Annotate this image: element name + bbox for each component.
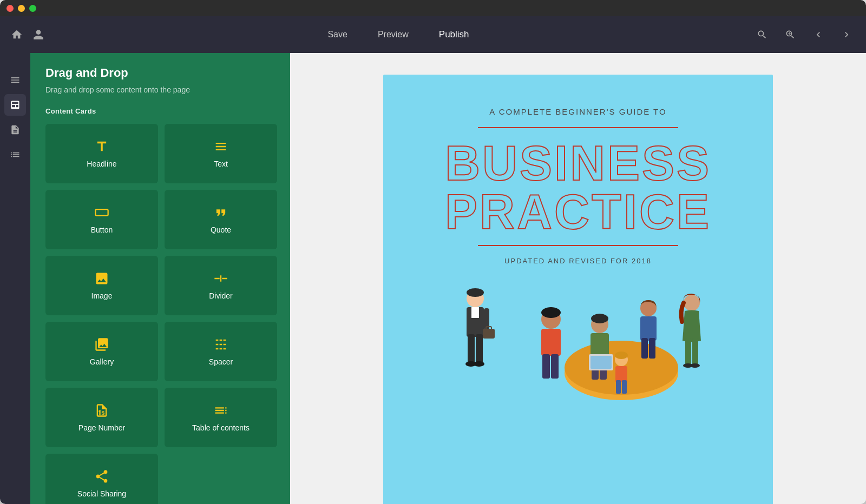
svg-rect-37 bbox=[615, 366, 627, 382]
icon-strip bbox=[0, 16, 30, 504]
forward-icon[interactable] bbox=[838, 26, 855, 43]
sidebar-item-page[interactable] bbox=[4, 119, 26, 141]
button-label: Button bbox=[91, 226, 113, 234]
svg-rect-17 bbox=[542, 354, 550, 379]
content-cards-label: Content Cards bbox=[45, 107, 277, 115]
card-quote[interactable]: Quote bbox=[165, 190, 277, 249]
nav-left bbox=[11, 26, 43, 43]
card-table-of-contents[interactable]: Table of contents bbox=[165, 388, 277, 447]
gallery-icon bbox=[94, 337, 109, 352]
page-preview: A COMPLETE BEGINNER'S GUIDE TO BUSINESS … bbox=[383, 75, 773, 504]
zoom-in-icon[interactable] bbox=[782, 26, 799, 43]
page-number-icon bbox=[94, 403, 109, 418]
svg-rect-38 bbox=[616, 380, 621, 394]
svg-rect-16 bbox=[541, 329, 561, 356]
card-image[interactable]: Image bbox=[45, 256, 158, 315]
social-sharing-label: Social Sharing bbox=[77, 489, 126, 498]
svg-point-8 bbox=[474, 361, 484, 367]
back-icon[interactable] bbox=[810, 26, 827, 43]
svg-rect-0 bbox=[95, 209, 108, 216]
svg-rect-39 bbox=[622, 380, 627, 394]
table-of-contents-icon bbox=[213, 403, 228, 418]
top-nav: Save Preview Publish bbox=[0, 16, 866, 53]
preview-area: A COMPLETE BEGINNER'S GUIDE TO BUSINESS … bbox=[290, 53, 866, 504]
image-icon bbox=[94, 271, 109, 286]
svg-rect-5 bbox=[468, 334, 475, 364]
svg-rect-27 bbox=[649, 338, 655, 359]
divider-label: Divider bbox=[209, 291, 233, 300]
quote-label: Quote bbox=[211, 226, 231, 234]
svg-point-15 bbox=[541, 307, 561, 318]
close-button[interactable] bbox=[6, 5, 14, 12]
card-divider[interactable]: Divider bbox=[165, 256, 277, 315]
book-divider-bottom bbox=[478, 245, 678, 246]
card-headline[interactable]: Headline bbox=[45, 124, 158, 183]
card-spacer[interactable]: Spacer bbox=[165, 322, 277, 381]
spacer-icon bbox=[213, 337, 228, 352]
svg-rect-34 bbox=[591, 356, 612, 369]
svg-point-20 bbox=[591, 314, 608, 323]
home-nav-button[interactable] bbox=[11, 26, 23, 43]
book-subtitle: A COMPLETE BEGINNER'S GUIDE TO bbox=[489, 107, 666, 116]
title-bar bbox=[0, 0, 866, 16]
sidebar-item-list[interactable] bbox=[4, 144, 26, 165]
svg-rect-26 bbox=[641, 338, 648, 359]
headline-label: Headline bbox=[87, 160, 116, 168]
svg-point-28 bbox=[684, 295, 700, 311]
svg-rect-30 bbox=[692, 338, 698, 365]
save-button[interactable]: Save bbox=[323, 28, 351, 42]
card-button[interactable]: Button bbox=[45, 190, 158, 249]
maximize-button[interactable] bbox=[29, 5, 36, 12]
minimize-button[interactable] bbox=[18, 5, 25, 12]
book-edition: UPDATED AND REVISED FOR 2018 bbox=[504, 257, 652, 265]
svg-rect-6 bbox=[476, 334, 483, 364]
sidebar-item-menu[interactable] bbox=[4, 69, 26, 91]
text-label: Text bbox=[214, 160, 228, 168]
svg-point-32 bbox=[690, 363, 700, 368]
cards-grid: Headline Text bbox=[45, 124, 277, 504]
quote-icon bbox=[213, 205, 228, 220]
drag-panel-subtitle: Drag and drop some content onto the page bbox=[45, 85, 277, 94]
table-of-contents-label: Table of contents bbox=[192, 423, 250, 432]
image-label: Image bbox=[91, 291, 113, 300]
drag-panel: Drag and Drop Drag and drop some content… bbox=[30, 53, 290, 504]
headline-icon bbox=[94, 139, 109, 154]
mac-window: Save Preview Publish bbox=[0, 0, 866, 504]
card-text[interactable]: Text bbox=[165, 124, 277, 183]
main-content: Drag and Drop Drag and drop some content… bbox=[30, 53, 866, 504]
text-icon bbox=[213, 139, 228, 154]
svg-rect-4 bbox=[471, 307, 479, 318]
svg-point-36 bbox=[615, 352, 628, 359]
nav-right bbox=[753, 26, 855, 43]
book-divider-top bbox=[478, 127, 678, 128]
preview-button[interactable]: Preview bbox=[373, 28, 413, 42]
card-gallery[interactable]: Gallery bbox=[45, 322, 158, 381]
user-nav-button[interactable] bbox=[32, 26, 44, 43]
spacer-label: Spacer bbox=[209, 357, 233, 366]
app-shell: Save Preview Publish bbox=[0, 16, 866, 504]
button-icon bbox=[94, 205, 109, 220]
nav-center: Save Preview Publish bbox=[43, 27, 753, 42]
page-number-label: Page Number bbox=[78, 423, 125, 432]
drag-panel-title: Drag and Drop bbox=[45, 66, 277, 80]
illustration bbox=[421, 281, 735, 400]
svg-point-2 bbox=[467, 288, 484, 297]
svg-rect-25 bbox=[640, 316, 657, 341]
card-social-sharing[interactable]: Social Sharing bbox=[45, 454, 158, 504]
card-page-number[interactable]: Page Number bbox=[45, 388, 158, 447]
book-title: BUSINESS PRACTICE bbox=[445, 139, 711, 236]
sidebar-item-layout[interactable] bbox=[4, 94, 26, 116]
gallery-label: Gallery bbox=[90, 357, 114, 366]
divider-icon bbox=[213, 271, 228, 286]
search-icon[interactable] bbox=[753, 26, 771, 43]
social-sharing-icon bbox=[94, 469, 109, 484]
svg-rect-29 bbox=[685, 338, 691, 365]
svg-rect-18 bbox=[551, 354, 559, 379]
publish-button[interactable]: Publish bbox=[435, 27, 474, 42]
traffic-lights bbox=[6, 5, 36, 12]
